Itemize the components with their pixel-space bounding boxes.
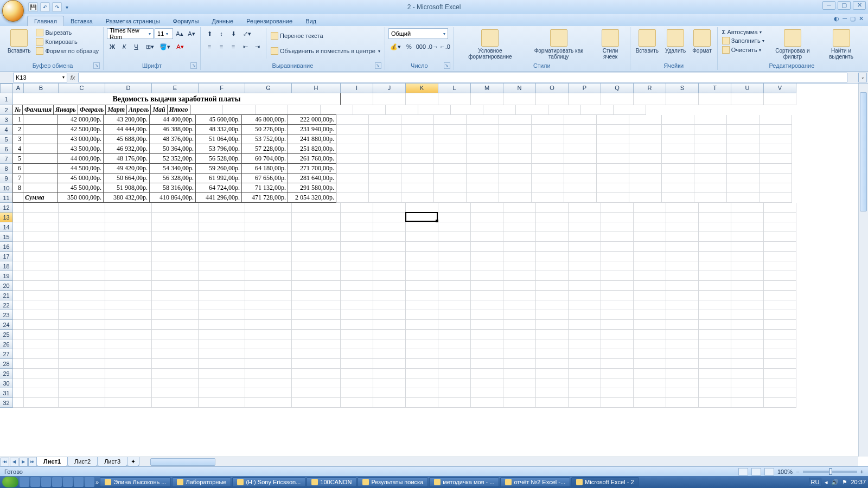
cell[interactable] xyxy=(152,349,199,359)
cell[interactable] xyxy=(699,398,731,408)
cell[interactable] xyxy=(503,252,536,261)
row-header[interactable]: 3 xyxy=(0,115,13,125)
cell[interactable]: Февраль xyxy=(78,105,106,115)
view-pagebreak-icon[interactable] xyxy=(764,468,774,476)
cell[interactable] xyxy=(438,261,471,271)
cell[interactable] xyxy=(471,339,503,349)
column-header[interactable]: K xyxy=(406,84,438,93)
row-header[interactable]: 21 xyxy=(0,291,13,300)
cell[interactable] xyxy=(503,291,536,300)
cell[interactable] xyxy=(369,164,401,174)
clock[interactable]: 20:37 xyxy=(851,479,866,485)
cell[interactable] xyxy=(569,398,601,408)
cell[interactable] xyxy=(245,252,292,261)
column-header[interactable]: J xyxy=(373,84,406,93)
cell[interactable] xyxy=(245,232,292,242)
cell[interactable] xyxy=(467,144,499,154)
cell[interactable] xyxy=(666,359,699,369)
cell[interactable] xyxy=(536,232,569,242)
cell[interactable] xyxy=(24,222,59,232)
cell[interactable] xyxy=(694,115,727,125)
cell[interactable] xyxy=(764,222,796,232)
cell[interactable] xyxy=(24,252,59,261)
align-top-icon[interactable]: ⬆ xyxy=(204,28,215,39)
cell[interactable] xyxy=(467,134,499,144)
cell[interactable] xyxy=(292,232,341,242)
cell[interactable]: 61 992,00р. xyxy=(195,173,242,183)
cell[interactable] xyxy=(105,300,152,310)
cell[interactable] xyxy=(666,310,699,320)
cell[interactable] xyxy=(199,388,245,398)
cell[interactable] xyxy=(341,203,373,213)
cell[interactable] xyxy=(471,398,503,408)
align-bottom-icon[interactable]: ⬇ xyxy=(228,28,239,39)
cell[interactable] xyxy=(59,242,105,252)
cell[interactable] xyxy=(406,203,438,213)
cell[interactable]: 50 364,00р. xyxy=(149,144,196,154)
cell[interactable] xyxy=(245,339,292,349)
sheet-nav-next-icon[interactable]: ▶ xyxy=(19,458,28,466)
cell[interactable] xyxy=(13,261,24,271)
cell[interactable] xyxy=(503,222,536,232)
cell[interactable]: 45 600,00р. xyxy=(195,114,242,125)
cell[interactable] xyxy=(629,134,662,144)
cell[interactable] xyxy=(564,125,597,134)
cell[interactable] xyxy=(471,359,503,369)
cell[interactable] xyxy=(666,252,699,261)
close-button[interactable]: ✕ xyxy=(853,1,866,10)
cell[interactable]: 59 260,00р. xyxy=(195,163,242,174)
cell[interactable] xyxy=(336,134,369,144)
cell[interactable] xyxy=(666,300,699,310)
cell[interactable] xyxy=(23,163,58,174)
cell[interactable] xyxy=(336,193,369,203)
cell[interactable] xyxy=(629,174,662,183)
cell[interactable] xyxy=(292,369,341,378)
cell[interactable] xyxy=(24,281,59,291)
cell[interactable] xyxy=(597,174,629,183)
cell[interactable] xyxy=(536,378,569,388)
fx-icon[interactable]: fx xyxy=(67,74,78,81)
cell[interactable] xyxy=(23,144,58,154)
cell[interactable] xyxy=(727,164,760,174)
cell[interactable] xyxy=(764,398,796,408)
cell[interactable] xyxy=(666,261,699,271)
inc-decimal-icon[interactable]: .0→ xyxy=(427,41,438,52)
cell[interactable] xyxy=(471,232,503,242)
cell[interactable] xyxy=(152,300,199,310)
cell[interactable] xyxy=(536,398,569,408)
cell[interactable] xyxy=(369,144,401,154)
cell[interactable]: 410 864,00р. xyxy=(149,192,196,203)
cell[interactable] xyxy=(666,369,699,378)
cell[interactable] xyxy=(634,222,666,232)
cell[interactable] xyxy=(471,369,503,378)
insert-cells-button[interactable]: Вставить xyxy=(634,28,661,55)
cell[interactable] xyxy=(601,320,634,330)
cell[interactable] xyxy=(601,213,634,222)
cell[interactable] xyxy=(727,193,760,203)
taskbar-item[interactable]: отчёт №2 Excel -... xyxy=(500,477,570,487)
cell[interactable] xyxy=(601,203,634,213)
cell[interactable] xyxy=(434,125,467,134)
cell[interactable] xyxy=(532,183,564,193)
cell[interactable]: 48 332,00р. xyxy=(195,124,242,134)
cell[interactable] xyxy=(406,291,438,300)
cell[interactable] xyxy=(629,193,662,203)
cell[interactable] xyxy=(569,310,601,320)
row-header[interactable]: 10 xyxy=(0,183,13,193)
cell[interactable] xyxy=(245,320,292,330)
cell[interactable] xyxy=(199,339,245,349)
cell[interactable] xyxy=(471,203,503,213)
cell[interactable] xyxy=(13,359,24,369)
cell[interactable] xyxy=(373,330,406,339)
cell[interactable] xyxy=(764,271,796,281)
cell[interactable] xyxy=(536,339,569,349)
cell[interactable] xyxy=(438,300,471,310)
cell[interactable] xyxy=(699,349,731,359)
taskbar-quick-icon[interactable] xyxy=(30,477,40,487)
cell[interactable] xyxy=(341,300,373,310)
cell[interactable] xyxy=(694,154,727,164)
cell[interactable] xyxy=(760,174,792,183)
cell[interactable] xyxy=(536,252,569,261)
cell[interactable] xyxy=(24,310,59,320)
cell[interactable] xyxy=(516,105,548,115)
